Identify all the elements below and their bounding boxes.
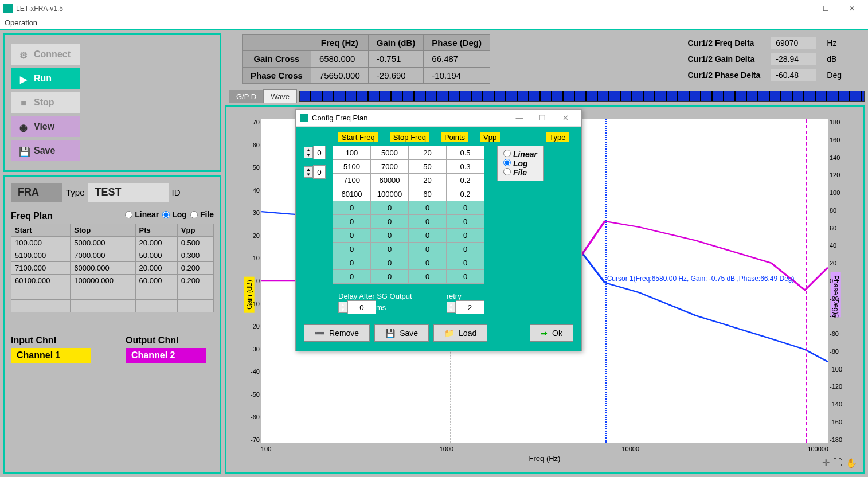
down-arrow-icon[interactable]: ▼ bbox=[339, 307, 347, 312]
close-button[interactable]: ✕ bbox=[839, 0, 865, 17]
spinner-2[interactable]: ▲▼ bbox=[304, 165, 327, 179]
menu-operation[interactable]: Operation bbox=[5, 18, 37, 27]
connect-button[interactable]: ⚙Connect bbox=[11, 44, 80, 65]
dialog-remove-button[interactable]: ➖Remove bbox=[304, 324, 370, 342]
up-arrow-icon[interactable]: ▲ bbox=[304, 167, 312, 172]
dialog-load-button[interactable]: 📁Load bbox=[433, 324, 487, 342]
delay-unit: ms bbox=[376, 303, 386, 312]
table-row[interactable]: 0000 bbox=[333, 229, 484, 243]
freq-plan-table: StartStopPtsVpp 100.0005000.00020.0000.5… bbox=[11, 224, 214, 312]
dialog-save-button[interactable]: 💾Save bbox=[374, 324, 429, 342]
dialog-column-headers: Start FreqStop FreqPointsVppType bbox=[338, 132, 573, 142]
timeline-bar[interactable] bbox=[299, 91, 865, 102]
config-panel: FRA Type TEST ID Freq Plan Linear Log Fi… bbox=[3, 175, 221, 474]
dialog-type-radios: Linear Log File bbox=[497, 146, 544, 181]
spinner-1[interactable]: ▲▼ bbox=[304, 146, 327, 159]
table-row[interactable]: 0000 bbox=[333, 201, 484, 215]
type-value[interactable]: FRA bbox=[11, 183, 62, 202]
stop-icon: ■ bbox=[19, 98, 28, 107]
spinner-1-input[interactable] bbox=[313, 146, 326, 159]
table-row[interactable]: 0000 bbox=[333, 270, 484, 284]
dialog-minimize-button[interactable]: — bbox=[508, 114, 531, 122]
run-label: Run bbox=[34, 73, 52, 84]
up-arrow-icon[interactable]: ▲ bbox=[339, 302, 347, 307]
stop-button[interactable]: ■Stop bbox=[11, 92, 80, 113]
down-arrow-icon[interactable]: ▼ bbox=[304, 153, 312, 158]
dialog-close-button[interactable]: ✕ bbox=[554, 114, 577, 122]
cross-table: Freq (Hz)Gain (dB)Phase (Deg)Gain Cross6… bbox=[242, 34, 490, 84]
col-header: Start bbox=[11, 224, 71, 237]
table-row[interactable]: 60100.000100000.00060.0000.200 bbox=[11, 275, 214, 287]
cursor-1[interactable] bbox=[605, 119, 607, 443]
folder-icon: 📁 bbox=[444, 329, 454, 338]
y1-ticks: 706050403020100-10-20-30-40-50-60-70 bbox=[244, 119, 260, 443]
window-title: LET-xFRA-v1.5 bbox=[16, 5, 787, 13]
down-arrow-icon[interactable]: ▼ bbox=[304, 172, 312, 177]
tab-wave[interactable]: Wave bbox=[263, 89, 297, 103]
table-row[interactable]: 51007000500.3 bbox=[333, 160, 484, 174]
radio-log[interactable] bbox=[162, 211, 170, 218]
arrow-right-icon: ➡ bbox=[541, 329, 548, 338]
tab-gpd[interactable]: G/P D bbox=[229, 90, 263, 103]
down-arrow-icon[interactable]: ▼ bbox=[447, 307, 455, 312]
dialog-freq-table[interactable]: 1005000200.551007000500.3710060000200.26… bbox=[333, 146, 484, 284]
dialog-radio-linear[interactable] bbox=[503, 150, 511, 157]
dialog-logo-icon bbox=[300, 114, 308, 122]
x-axis-label: Freq (Hz) bbox=[529, 454, 561, 463]
up-arrow-icon[interactable]: ▲ bbox=[447, 302, 455, 307]
gear-icon: ⚙ bbox=[19, 50, 28, 59]
cursor-2[interactable] bbox=[806, 119, 807, 443]
control-panel: ⚙Connect ▶Run ■Stop ◉View 💾Save bbox=[3, 33, 221, 172]
table-row[interactable]: 100.0005000.00020.0000.500 bbox=[11, 237, 214, 249]
dialog-maximize-button[interactable]: ☐ bbox=[531, 114, 554, 122]
run-button[interactable]: ▶Run bbox=[11, 68, 80, 89]
up-arrow-icon[interactable]: ▲ bbox=[304, 147, 312, 153]
save-icon: 💾 bbox=[385, 329, 395, 338]
dialog-col-header: Stop Freq bbox=[390, 132, 429, 142]
id-value[interactable]: TEST bbox=[88, 183, 169, 202]
connect-label: Connect bbox=[34, 49, 71, 60]
dialog-titlebar[interactable]: Config Freq Plan — ☐ ✕ bbox=[296, 110, 581, 127]
save-button[interactable]: 💾Save bbox=[11, 140, 80, 161]
summary-row: Freq (Hz)Gain (dB)Phase (Deg)Gain Cross6… bbox=[225, 33, 865, 85]
output-chnl-value[interactable]: Channel 2 bbox=[126, 348, 206, 363]
config-freq-plan-dialog: Config Freq Plan — ☐ ✕ Start FreqStop Fr… bbox=[295, 109, 582, 351]
stop-label: Stop bbox=[34, 97, 54, 108]
retry-input[interactable] bbox=[456, 300, 484, 314]
table-row[interactable]: 7100.00060000.00020.0000.200 bbox=[11, 262, 214, 275]
chart-toolbox: ✛ ⛶ ✋ bbox=[822, 458, 857, 468]
pan-icon[interactable]: ✋ bbox=[846, 458, 857, 468]
table-row[interactable]: 60100100000600.2 bbox=[333, 187, 484, 201]
minimize-button[interactable]: — bbox=[787, 0, 813, 17]
table-row[interactable]: 0000 bbox=[333, 215, 484, 229]
input-chnl-value[interactable]: Channel 1 bbox=[11, 348, 91, 363]
table-row[interactable] bbox=[11, 300, 214, 312]
view-button[interactable]: ◉View bbox=[11, 116, 80, 137]
id-label: ID bbox=[172, 187, 181, 197]
maximize-button[interactable]: ☐ bbox=[813, 0, 839, 17]
dialog-ok-button[interactable]: ➡Ok bbox=[530, 324, 573, 342]
dialog-radio-file[interactable] bbox=[503, 168, 511, 175]
titlebar: LET-xFRA-v1.5 — ☐ ✕ bbox=[0, 0, 868, 17]
dialog-col-header: Start Freq bbox=[338, 132, 378, 142]
col-header: Vpp bbox=[177, 224, 213, 237]
spinner-2-input[interactable] bbox=[313, 165, 326, 179]
radio-linear[interactable] bbox=[125, 211, 132, 218]
zoom-icon[interactable]: ⛶ bbox=[833, 458, 842, 468]
dialog-col-header: Vpp bbox=[480, 132, 500, 142]
dialog-radio-log[interactable] bbox=[503, 159, 511, 166]
view-label: View bbox=[34, 122, 54, 132]
cursor-readout: Cursor 1(Freq:6580.00 Hz, Gain: -0.75 dB… bbox=[607, 275, 795, 283]
table-row[interactable]: 0000 bbox=[333, 256, 484, 270]
radio-file[interactable] bbox=[190, 211, 198, 218]
table-row[interactable]: 710060000200.2 bbox=[333, 174, 484, 187]
table-row[interactable]: 1005000200.5 bbox=[333, 146, 484, 160]
x-ticks: 100100010000100000 bbox=[261, 445, 828, 452]
table-row[interactable]: 0000 bbox=[333, 243, 484, 256]
table-row[interactable] bbox=[11, 287, 214, 300]
table-row[interactable]: 5100.0007000.00050.0000.300 bbox=[11, 249, 214, 262]
retry-label: retry bbox=[447, 292, 484, 300]
table-row: Cur1/2 Phase Delta-60.48Deg bbox=[683, 68, 846, 83]
crosshair-icon[interactable]: ✛ bbox=[822, 458, 830, 468]
delay-input[interactable] bbox=[347, 300, 376, 314]
